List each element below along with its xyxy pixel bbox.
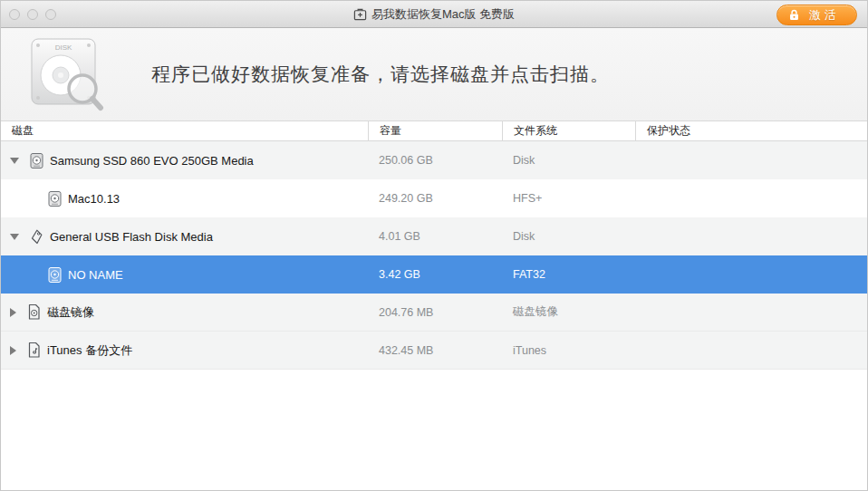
row-protection <box>635 332 867 369</box>
title-bar: 易我数据恢复Mac版 免费版 激活 <box>1 1 867 28</box>
row-capacity: 4.01 GB <box>368 217 502 255</box>
disclosure-triangle-expanded[interactable] <box>10 158 19 164</box>
itunes-backup-icon <box>26 342 42 359</box>
banner-message: 程序已做好数据恢复准备，请选择磁盘并点击扫描。 <box>151 62 610 87</box>
column-header-capacity: 容量 <box>368 121 502 140</box>
lock-icon <box>788 9 800 21</box>
zoom-button[interactable] <box>45 9 56 20</box>
usb-drive-icon <box>29 228 44 246</box>
activate-label: 激活 <box>809 7 840 24</box>
row-filesystem: 磁盘镜像 <box>502 294 635 331</box>
disclosure-triangle-collapsed[interactable] <box>10 346 16 355</box>
volume-disk-icon <box>47 190 63 207</box>
row-filesystem: Disk <box>502 141 635 179</box>
window-title: 易我数据恢复Mac版 免费版 <box>371 6 515 23</box>
row-capacity: 432.45 MB <box>368 332 502 369</box>
row-filesystem: iTunes <box>502 332 635 369</box>
disk-row-general-usb[interactable]: General USB Flash Disk Media 4.01 GB Dis… <box>1 217 867 255</box>
row-name: General USB Flash Disk Media <box>50 230 213 244</box>
volume-row-mac1013[interactable]: Mac10.13 249.20 GB HFS+ <box>1 179 867 217</box>
disk-search-icon: DISK <box>26 37 113 111</box>
volume-row-no-name[interactable]: NO NAME 3.42 GB FAT32 <box>1 255 867 294</box>
app-window: 易我数据恢复Mac版 免费版 激活 DISK <box>0 0 868 491</box>
row-name: NO NAME <box>68 268 123 282</box>
disk-image-icon <box>26 303 42 321</box>
disk-row-samsung-ssd[interactable]: Samsung SSD 860 EVO 250GB Media 250.06 G… <box>1 141 867 179</box>
disclosure-triangle-expanded[interactable] <box>10 234 19 240</box>
column-header-filesystem: 文件系统 <box>502 121 635 140</box>
row-name: 磁盘镜像 <box>47 304 94 321</box>
activate-button[interactable]: 激活 <box>776 5 857 25</box>
banner: DISK 程序已做好数据恢复准备，请选择磁盘并点击扫描。 <box>1 28 867 120</box>
row-capacity: 249.20 GB <box>368 179 502 217</box>
disk-icon-label: DISK <box>55 43 72 52</box>
row-protection <box>635 141 867 179</box>
row-protection <box>635 294 867 331</box>
window-title-group: 易我数据恢复Mac版 免费版 <box>1 6 867 23</box>
row-protection <box>635 255 867 294</box>
traffic-lights <box>9 1 56 28</box>
row-protection <box>635 217 867 255</box>
row-filesystem: FAT32 <box>502 255 635 294</box>
row-capacity: 3.42 GB <box>368 255 502 294</box>
row-capacity: 250.06 GB <box>368 141 502 179</box>
volume-disk-icon <box>47 266 63 284</box>
row-filesystem: HFS+ <box>502 179 635 217</box>
table-header: 磁盘 容量 文件系统 保护状态 <box>1 120 867 141</box>
close-button[interactable] <box>9 9 20 20</box>
internal-disk-icon <box>29 152 44 169</box>
row-filesystem: Disk <box>502 217 635 255</box>
row-name: iTunes 备份文件 <box>47 342 132 359</box>
disclosure-triangle-collapsed[interactable] <box>10 308 16 317</box>
column-header-disk: 磁盘 <box>1 121 368 140</box>
row-protection <box>635 179 867 217</box>
row-disk-image[interactable]: 磁盘镜像 204.76 MB 磁盘镜像 <box>1 294 867 332</box>
minimize-button[interactable] <box>27 9 38 20</box>
row-name: Samsung SSD 860 EVO 250GB Media <box>50 154 254 168</box>
row-name: Mac10.13 <box>68 192 120 206</box>
column-header-protection: 保护状态 <box>635 121 867 140</box>
row-capacity: 204.76 MB <box>368 294 502 331</box>
empty-table-area <box>1 370 867 491</box>
row-itunes-backup[interactable]: iTunes 备份文件 432.45 MB iTunes <box>1 332 867 370</box>
app-proxy-icon <box>353 7 367 21</box>
